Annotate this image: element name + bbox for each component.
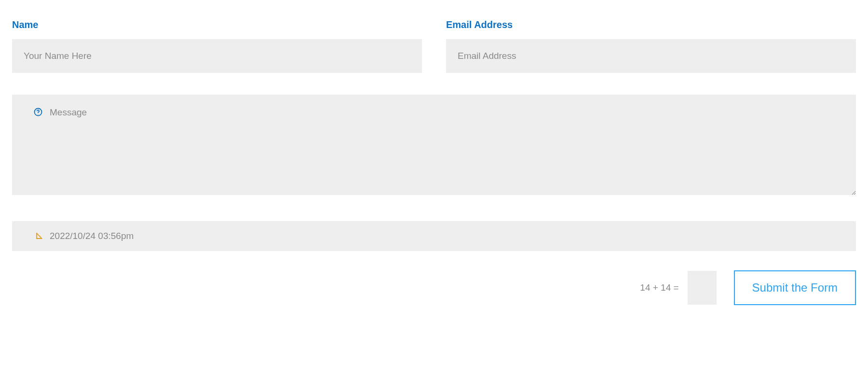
name-column: Name [12,19,422,73]
message-wrapper [12,95,856,197]
email-label: Email Address [446,19,856,30]
submit-row: 14 + 14 = Submit the Form [12,270,856,305]
datetime-input[interactable] [12,221,856,251]
datetime-wrapper [12,221,856,251]
contact-form: Name Email Address 14 + 14 = [12,19,856,305]
name-input[interactable] [12,39,422,73]
top-fields-row: Name Email Address [12,19,856,73]
captcha-input[interactable] [688,271,717,305]
email-input[interactable] [446,39,856,73]
name-label: Name [12,19,422,30]
submit-button[interactable]: Submit the Form [734,270,856,305]
captcha-question: 14 + 14 = [640,282,678,293]
email-column: Email Address [446,19,856,73]
message-textarea[interactable] [12,95,856,195]
